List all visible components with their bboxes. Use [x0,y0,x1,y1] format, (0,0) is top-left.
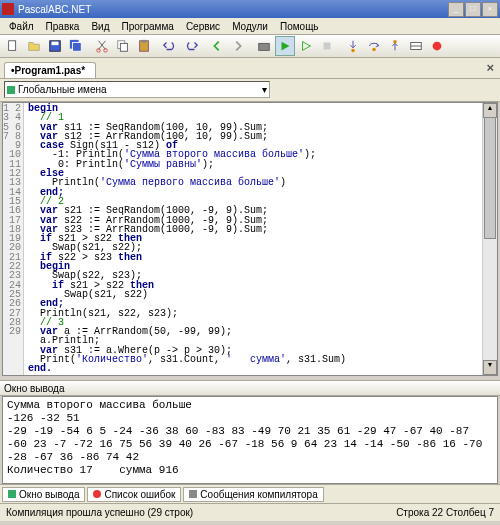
svg-point-18 [433,42,442,51]
step-over-icon[interactable] [364,36,384,56]
tab-compiler[interactable]: Сообщения компилятора [183,487,323,502]
redo-icon[interactable] [181,36,201,56]
run-icon[interactable] [275,36,295,56]
nav-back-icon[interactable] [207,36,227,56]
maximize-button[interactable]: □ [465,2,481,17]
svg-rect-11 [259,43,270,50]
window-title: PascalABC.NET [18,4,91,15]
svg-rect-8 [120,43,127,51]
compiler-tab-icon [189,490,197,498]
svg-rect-12 [324,43,331,50]
tab-close-icon[interactable]: × [486,60,494,75]
new-file-icon[interactable] [3,36,23,56]
status-cursor: Строка 22 Столбец 7 [396,507,494,518]
stop-icon[interactable] [317,36,337,56]
svg-rect-0 [9,41,16,51]
title-bar: PascalABC.NET _ □ × [0,0,500,18]
menu-bar: Файл Правка Вид Программа Сервис Модули … [0,18,500,35]
tab-errors[interactable]: Список ошибок [87,487,181,502]
error-tab-icon [93,490,101,498]
svg-point-14 [372,48,376,52]
chevron-down-icon: ▾ [262,84,267,95]
scope-combo[interactable]: Глобальные имена ▾ [4,81,270,98]
app-icon [2,3,14,15]
paste-icon[interactable] [134,36,154,56]
file-tabs: •Program1.pas* × [0,58,500,79]
copy-icon[interactable] [113,36,133,56]
menu-help[interactable]: Помощь [275,20,324,33]
menu-edit[interactable]: Правка [41,20,85,33]
cut-icon[interactable] [92,36,112,56]
svg-rect-2 [52,42,59,46]
scroll-down-icon[interactable]: ▼ [483,360,497,375]
output-header: Окно вывода [0,380,500,396]
step-into-icon[interactable] [343,36,363,56]
svg-point-15 [393,40,397,44]
undo-icon[interactable] [160,36,180,56]
scope-icon [7,86,15,94]
tab-program1[interactable]: •Program1.pas* [4,62,96,78]
line-gutter: 1 2 3 4 5 6 7 8 9 10 11 12 13 14 15 16 1… [3,103,24,375]
nav-forward-icon[interactable] [228,36,248,56]
status-compile: Компиляция прошла успешно (29 строк) [6,507,193,518]
breakpoint-icon[interactable] [427,36,447,56]
close-button[interactable]: × [482,2,498,17]
save-all-icon[interactable] [66,36,86,56]
svg-point-13 [351,49,355,53]
menu-modules[interactable]: Модули [227,20,273,33]
scroll-thumb[interactable] [484,117,496,239]
svg-rect-10 [141,40,146,43]
svg-rect-4 [73,43,82,52]
tab-output[interactable]: Окно вывода [2,487,85,502]
vertical-scrollbar[interactable]: ▲ ▼ [482,103,497,375]
run-noform-icon[interactable] [296,36,316,56]
toolbar [0,35,500,58]
watch-icon[interactable] [406,36,426,56]
output-tab-icon [8,490,16,498]
minimize-button[interactable]: _ [448,2,464,17]
menu-service[interactable]: Сервис [181,20,225,33]
compile-icon[interactable] [254,36,274,56]
scope-label: Глобальные имена [18,84,107,95]
status-bar: Компиляция прошла успешно (29 строк) Стр… [0,503,500,521]
menu-program[interactable]: Программа [116,20,178,33]
step-out-icon[interactable] [385,36,405,56]
menu-file[interactable]: Файл [4,20,39,33]
save-icon[interactable] [45,36,65,56]
open-file-icon[interactable] [24,36,44,56]
output-pane[interactable]: Сумма второго массива больше -126 -32 51… [2,396,498,484]
menu-view[interactable]: Вид [86,20,114,33]
code-editor[interactable]: 1 2 3 4 5 6 7 8 9 10 11 12 13 14 15 16 1… [2,102,498,376]
scroll-up-icon[interactable]: ▲ [483,103,497,118]
bottom-tab-bar: Окно вывода Список ошибок Сообщения комп… [0,484,500,503]
editor-content[interactable]: begin // 1 var s11 := SeqRandom(100, 10,… [24,103,482,375]
